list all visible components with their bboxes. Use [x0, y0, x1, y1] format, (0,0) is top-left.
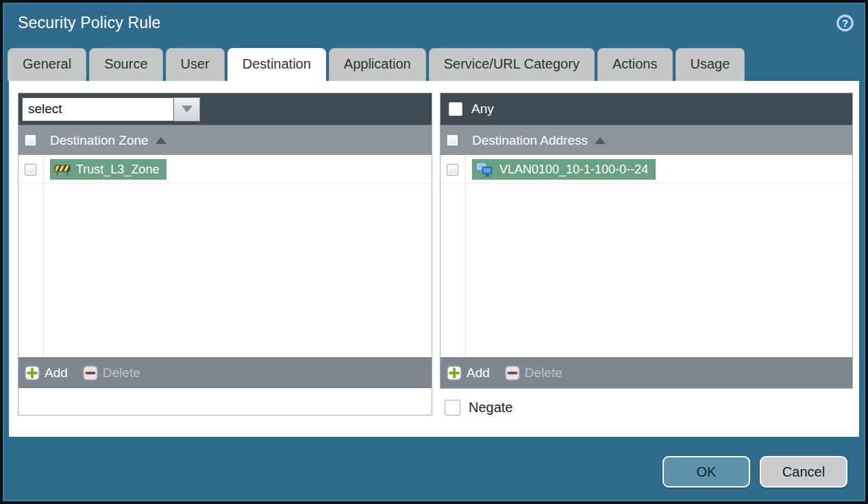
tab-service-url-category[interactable]: Service/URL Category [429, 48, 595, 81]
zone-delete-label: Delete [103, 365, 140, 381]
tab-actions[interactable]: Actions [597, 48, 673, 81]
address-row-checkbox[interactable] [447, 164, 458, 176]
address-add-button[interactable]: Add [447, 365, 490, 381]
zone-select-combobox [22, 97, 200, 121]
zone-select-dropdown-button[interactable] [174, 97, 200, 121]
address-panel-toolbar: Any [441, 93, 852, 125]
add-plus-icon [447, 365, 462, 381]
tab-source[interactable]: Source [89, 48, 162, 81]
address-column-header-label[interactable]: Destination Address [472, 133, 588, 148]
table-row[interactable]: VLAN0100_10-1-100-0--24 [441, 155, 852, 184]
destination-zone-panel: Destination Zone [18, 93, 432, 416]
zone-table-header: Destination Zone [18, 125, 432, 155]
panels-grid: Destination Zone [9, 81, 859, 416]
destination-tab-content: Destination Zone [9, 81, 859, 437]
zone-select-input[interactable] [22, 97, 174, 121]
security-policy-rule-dialog: Security Policy Rule ? General Source Us… [0, 0, 868, 504]
zone-list: Trust_L3_Zone [18, 155, 432, 357]
any-label: Any [471, 101, 494, 117]
help-icon[interactable]: ? [836, 14, 854, 32]
address-chip-vlan0100[interactable]: VLAN0100_10-1-100-0--24 [472, 159, 656, 180]
address-delete-label: Delete [525, 365, 562, 381]
ok-button[interactable]: OK [662, 456, 750, 488]
svg-text:?: ? [842, 17, 848, 29]
negate-checkbox[interactable] [445, 400, 460, 416]
table-row[interactable]: Trust_L3_Zone [18, 155, 432, 184]
address-table-header: Destination Address [441, 125, 852, 155]
delete-minus-icon [83, 365, 98, 381]
tab-usage[interactable]: Usage [675, 48, 745, 81]
zone-chip-trust-l3-zone[interactable]: Trust_L3_Zone [50, 159, 166, 180]
add-plus-icon [25, 365, 40, 381]
zone-panel-toolbar [18, 93, 432, 125]
tab-application[interactable]: Application [329, 48, 426, 81]
address-panel-footer: Add Delete [441, 357, 852, 388]
zone-panel-footer: Add Delete [18, 357, 432, 388]
zone-delete-button[interactable]: Delete [83, 365, 140, 381]
cancel-button[interactable]: Cancel [760, 456, 847, 488]
address-select-all-checkbox[interactable] [447, 134, 458, 146]
delete-minus-icon [505, 365, 520, 381]
negate-label: Negate [469, 400, 513, 416]
zone-row-checkbox[interactable] [25, 164, 36, 176]
destination-address-column: Any Destination Address [440, 93, 853, 416]
tab-destination[interactable]: Destination [227, 48, 326, 81]
address-icon [476, 163, 494, 177]
zone-column-header-label[interactable]: Destination Zone [50, 133, 149, 148]
zone-icon [54, 163, 71, 176]
zone-add-label: Add [45, 365, 68, 381]
zone-row-label: Trust_L3_Zone [76, 163, 159, 177]
tab-user[interactable]: User [166, 48, 225, 81]
chevron-down-icon [182, 106, 193, 112]
address-delete-button[interactable]: Delete [505, 365, 562, 381]
zone-add-button[interactable]: Add [25, 365, 68, 381]
destination-address-panel: Any Destination Address [440, 93, 853, 389]
address-row-label: VLAN0100_10-1-100-0--24 [499, 163, 648, 177]
dialog-titlebar: Security Policy Rule ? [3, 3, 865, 43]
any-checkbox[interactable] [449, 102, 462, 116]
address-add-label: Add [467, 365, 490, 381]
dialog-footer: OK Cancel [3, 437, 865, 499]
sort-ascending-icon[interactable] [156, 137, 166, 144]
negate-row: Negate [445, 400, 853, 416]
address-list: VLAN0100_10-1-100-0--24 [441, 155, 852, 357]
sort-ascending-icon[interactable] [595, 137, 606, 144]
dialog-title: Security Policy Rule [18, 14, 161, 32]
tab-bar: General Source User Destination Applicat… [3, 43, 865, 81]
zone-select-all-checkbox[interactable] [25, 134, 36, 146]
tab-general[interactable]: General [8, 48, 86, 81]
